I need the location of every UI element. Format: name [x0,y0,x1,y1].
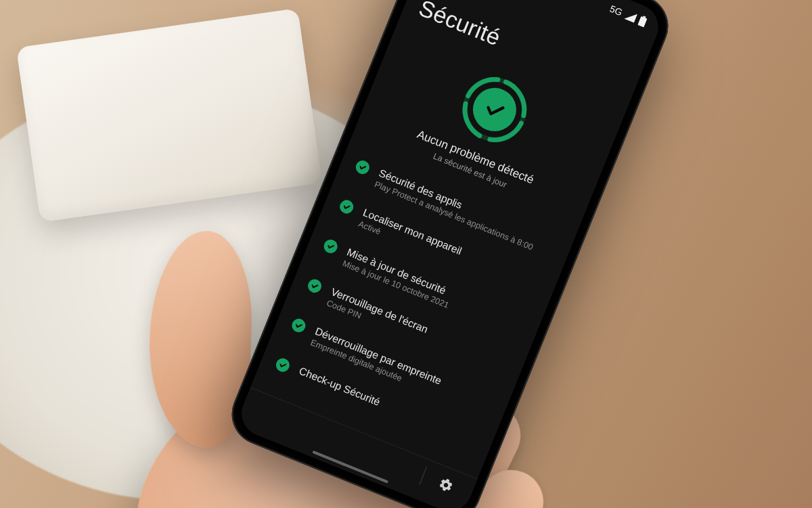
battery-icon [637,15,648,28]
status-ok-icon [306,277,323,295]
status-ok-icon [354,158,371,176]
status-ok-icon [338,198,355,215]
check-icon [480,95,510,125]
gear-icon [436,475,456,494]
status-ok-icon [274,356,292,374]
svg-rect-1 [637,16,648,28]
status-network-label: 5G [608,3,624,18]
settings-gear-button[interactable] [430,469,462,501]
divider [420,467,427,484]
status-ok-icon [322,238,340,255]
status-ok-icon [290,317,307,335]
signal-icon [624,10,637,23]
